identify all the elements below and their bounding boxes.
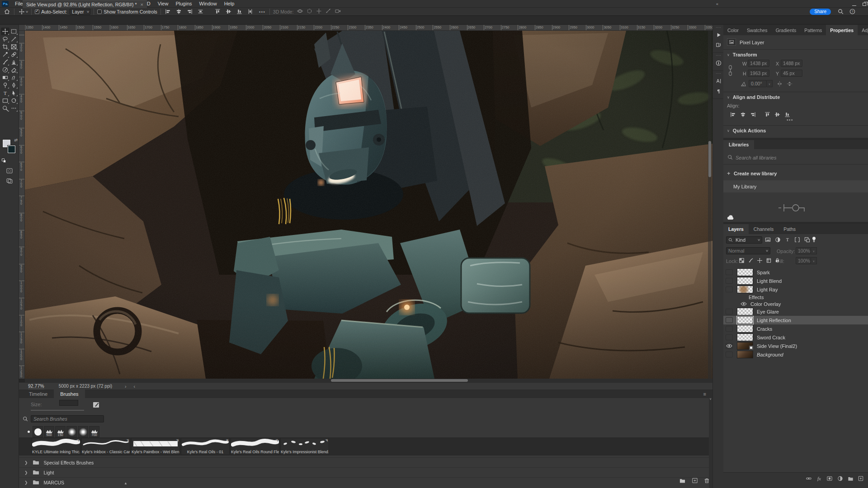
align-more-icon[interactable]: ••• <box>787 117 793 122</box>
ruler-corner[interactable] <box>19 25 25 31</box>
layer-thumbnail[interactable] <box>737 277 753 285</box>
tab-swatches[interactable]: Swatches <box>743 25 772 35</box>
link-layers-icon[interactable] <box>805 475 812 482</box>
lock-transparent-icon[interactable] <box>739 258 745 264</box>
recent-brush-6[interactable]: 700 <box>89 426 99 437</box>
distribute-v-icon[interactable] <box>246 8 255 15</box>
add-mask-icon[interactable] <box>826 475 833 482</box>
adjustment-layer-icon[interactable] <box>836 475 844 482</box>
tab-adjustments[interactable]: Adjustments <box>858 25 868 35</box>
menu-window[interactable]: Window <box>196 0 221 8</box>
more-options-icon[interactable]: ••• <box>258 8 266 15</box>
search-icon[interactable] <box>836 8 844 15</box>
visibility-toggle[interactable] <box>726 309 733 314</box>
tab-patterns[interactable]: Patterns <box>800 25 826 35</box>
layer-thumbnail[interactable] <box>737 325 753 333</box>
visibility-toggle[interactable] <box>726 352 733 357</box>
layer-thumbnail[interactable] <box>737 308 753 315</box>
history-brush-tool[interactable] <box>1 66 9 74</box>
layer-thumbnail[interactable] <box>737 342 753 350</box>
brush-preset[interactable]: ◥Kyle's Real Oils Round Flex... <box>231 438 279 455</box>
path-select-tool[interactable] <box>9 89 18 97</box>
align-top-icon[interactable] <box>214 8 222 15</box>
eyedropper-tool[interactable] <box>1 51 9 58</box>
layer-row[interactable]: Side View (Final2) <box>723 342 868 350</box>
visibility-toggle[interactable] <box>726 326 733 332</box>
tab-layers[interactable]: Layers <box>723 224 749 234</box>
align-right-button[interactable] <box>749 111 757 118</box>
quick-actions-header[interactable]: ∨Quick Actions <box>727 128 766 133</box>
zoom-level-field[interactable]: 92.77% <box>28 383 44 389</box>
transform-section-header[interactable]: ∨Transform <box>727 52 757 57</box>
recent-brush-5[interactable] <box>78 426 88 437</box>
canvas-artwork[interactable] <box>25 31 712 379</box>
tab-timeline[interactable]: Timeline <box>23 389 54 398</box>
filter-type-icon[interactable]: T <box>785 237 790 244</box>
move-tool[interactable] <box>1 28 9 35</box>
brush-preset[interactable]: ◥Kyle's Impressionist Blend... <box>280 438 329 455</box>
tab-gradients[interactable]: Gradients <box>772 25 801 35</box>
link-dimensions-icon[interactable] <box>727 65 733 77</box>
healing-brush-tool[interactable] <box>9 51 18 58</box>
menu-view[interactable]: View <box>154 0 172 8</box>
home-icon[interactable] <box>3 8 11 15</box>
brush-size-slider[interactable] <box>31 410 84 411</box>
lock-position-icon[interactable] <box>757 258 763 264</box>
recent-brush-4[interactable] <box>66 426 77 437</box>
angle-dropdown-icon[interactable]: ∨ <box>767 80 773 87</box>
minimize-button[interactable] <box>852 1 856 7</box>
lock-pixels-icon[interactable] <box>748 258 754 264</box>
align-center-v-button[interactable] <box>773 111 781 118</box>
auto-select-checkbox[interactable] <box>35 9 39 14</box>
layer-thumbnail[interactable] <box>737 268 753 276</box>
tool-preset-chevron-icon[interactable]: ∨ <box>25 10 28 14</box>
ruler-vertical[interactable]: 3 0 03 5 04 0 04 5 05 0 05 5 06 0 06 5 0… <box>19 31 25 379</box>
pan-3d-icon[interactable] <box>316 8 322 15</box>
background-color-swatch[interactable] <box>8 145 15 153</box>
new-group-icon[interactable] <box>847 475 854 482</box>
brush-tool[interactable] <box>1 58 9 66</box>
visibility-toggle[interactable] <box>726 269 733 275</box>
align-center-h-icon[interactable] <box>175 8 183 15</box>
new-layer-icon[interactable] <box>857 475 864 482</box>
layer-thumbnail[interactable] <box>737 333 753 341</box>
tab-color[interactable]: Color <box>723 25 743 35</box>
layer-effects-header[interactable]: Effects <box>723 294 868 300</box>
align-center-v-icon[interactable] <box>225 8 233 15</box>
visibility-toggle[interactable] <box>726 317 733 323</box>
tab-brushes[interactable]: Brushes <box>54 389 85 398</box>
filter-shape-icon[interactable] <box>794 237 800 244</box>
gradient-tool[interactable] <box>1 74 9 81</box>
blend-mode-dropdown[interactable]: Normal ∨ <box>726 247 770 254</box>
width-field[interactable]: 1438 px <box>748 60 769 67</box>
canvas-vertical-scrollbar[interactable] <box>708 31 712 379</box>
slide-3d-icon[interactable] <box>326 8 331 15</box>
ruler-horizontal[interactable]: 1350140014501500155016001650170017501800… <box>25 25 712 31</box>
eye-icon[interactable] <box>741 301 747 307</box>
layer-row[interactable]: Light Reflection <box>723 316 868 324</box>
brushes-scrollbar[interactable]: ∨ <box>709 398 712 488</box>
align-center-h-button[interactable] <box>739 111 747 118</box>
type-tool[interactable]: T <box>1 89 9 97</box>
document-tab[interactable]: Side View.psd @ 92.8% (Light Reflection,… <box>23 0 147 8</box>
recent-brush-3[interactable]: 150 <box>55 426 66 437</box>
recent-brush-0[interactable] <box>25 426 32 437</box>
tab-libraries[interactable]: Libraries <box>723 140 754 149</box>
align-section-header[interactable]: ∨Align and Distribute <box>727 94 780 100</box>
default-colors-icon[interactable] <box>2 159 6 163</box>
layer-thumbnail[interactable] <box>737 316 753 324</box>
auto-select-target-dropdown[interactable]: Layer ∨ <box>70 9 90 15</box>
orbit-3d-icon[interactable] <box>297 8 303 15</box>
align-left-icon[interactable] <box>164 8 172 15</box>
filter-smart-icon[interactable] <box>804 237 810 244</box>
brush-folder-special-effects-brushes[interactable]: ❯Special Effects Brushes <box>19 457 712 467</box>
status-flyout-icon[interactable]: › <box>125 384 127 389</box>
paragraph-icon[interactable]: ¶ <box>713 86 724 96</box>
visibility-toggle[interactable] <box>726 286 733 292</box>
rotate-view-tool[interactable] <box>9 97 18 104</box>
visibility-toggle[interactable] <box>726 334 733 340</box>
menu-plugins[interactable]: Plugins <box>172 0 195 8</box>
object-selection-tool[interactable] <box>9 35 18 43</box>
rect-marquee-tool[interactable] <box>9 28 18 35</box>
collapse-toolbar-icon[interactable]: ↔ <box>5 2 8 6</box>
